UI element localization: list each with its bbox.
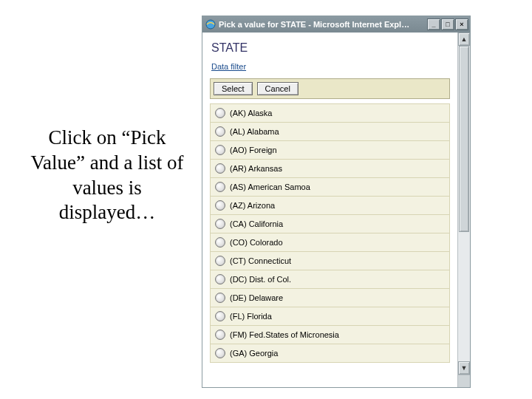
list-item-label: (AS) American Samoa: [230, 183, 310, 191]
list-item-label: (FM) Fed.States of Micronesia: [230, 330, 339, 339]
radio-icon[interactable]: [215, 348, 225, 358]
list-item-label: (AL) Alabama: [230, 127, 279, 136]
list-item[interactable]: (CA) California: [210, 215, 450, 233]
list-item-label: (GA) Georgia: [230, 349, 278, 358]
list-item[interactable]: (AS) American Samoa: [210, 178, 450, 197]
radio-icon[interactable]: [215, 219, 225, 229]
list-item[interactable]: (DC) Dist. of Col.: [210, 270, 450, 289]
list-item-label: (CO) Colorado: [230, 238, 283, 247]
list-item[interactable]: (CO) Colorado: [210, 233, 450, 252]
ie-icon: [205, 19, 216, 30]
radio-icon[interactable]: [215, 330, 225, 340]
list-item-label: (AR) Arkansas: [230, 164, 282, 173]
list-item-label: (CT) Connecticut: [230, 256, 291, 265]
select-button[interactable]: Select: [214, 82, 253, 95]
list-item-label: (AO) Foreign: [230, 146, 277, 154]
chevron-down-icon: ▼: [461, 364, 468, 372]
scroll-track[interactable]: [458, 46, 470, 361]
minimize-icon: _: [432, 21, 435, 28]
window-title-text: Pick a value for STATE - Microsoft Inter…: [219, 20, 409, 29]
radio-icon[interactable]: [215, 145, 225, 155]
chevron-up-icon: ▲: [461, 35, 468, 43]
scroll-up-button[interactable]: ▲: [458, 33, 470, 46]
list-item[interactable]: (FM) Fed.States of Micronesia: [210, 326, 450, 344]
radio-icon[interactable]: [215, 274, 225, 284]
minimize-button[interactable]: _: [427, 18, 440, 30]
slide-annotation: Click on “Pick Value” and a list of valu…: [22, 126, 192, 225]
list-item[interactable]: (AZ) Arizona: [210, 197, 450, 215]
radio-icon[interactable]: [215, 256, 225, 266]
radio-icon[interactable]: [215, 163, 225, 174]
list-item[interactable]: (AR) Arkansas: [210, 160, 450, 178]
close-icon: ×: [460, 21, 463, 28]
radio-icon[interactable]: [215, 237, 225, 248]
list-item-label: (AZ) Arizona: [230, 201, 275, 210]
radio-icon[interactable]: [215, 182, 225, 192]
page-heading: STATE: [202, 33, 457, 59]
list-item[interactable]: (GA) Georgia: [210, 344, 450, 363]
vertical-scrollbar[interactable]: ▲ ▼: [457, 33, 470, 387]
list-item[interactable]: (FL) Florida: [210, 307, 450, 326]
data-filter-link[interactable]: Data filter: [211, 62, 246, 71]
radio-icon[interactable]: [215, 293, 225, 303]
page-content: STATE Data filter Select Cancel (AK) Ala…: [202, 33, 457, 387]
radio-icon[interactable]: [215, 126, 225, 137]
list-item[interactable]: (AK) Alaska: [210, 103, 450, 123]
list-item-label: (DC) Dist. of Col.: [230, 275, 291, 284]
scroll-thumb[interactable]: [459, 46, 469, 232]
cancel-button[interactable]: Cancel: [257, 82, 299, 95]
radio-icon[interactable]: [215, 200, 225, 211]
maximize-icon: □: [446, 21, 449, 28]
browser-window: Pick a value for STATE - Microsoft Inter…: [202, 16, 470, 387]
list-item[interactable]: (AO) Foreign: [210, 141, 450, 160]
list-item[interactable]: (DE) Delaware: [210, 289, 450, 307]
list-item[interactable]: (CT) Connecticut: [210, 252, 450, 270]
list-item[interactable]: (AL) Alabama: [210, 123, 450, 141]
list-item-label: (CA) California: [230, 219, 283, 228]
radio-icon[interactable]: [215, 108, 225, 118]
state-list: (AK) Alaska(AL) Alabama(AO) Foreign(AR) …: [210, 103, 450, 363]
list-item-label: (DE) Delaware: [230, 293, 283, 302]
maximize-button[interactable]: □: [441, 18, 454, 30]
radio-icon[interactable]: [215, 311, 225, 321]
scroll-down-button[interactable]: ▼: [458, 361, 470, 375]
button-bar: Select Cancel: [210, 78, 450, 99]
resize-grip[interactable]: [458, 375, 470, 387]
window-titlebar: Pick a value for STATE - Microsoft Inter…: [202, 16, 470, 33]
close-button[interactable]: ×: [455, 18, 468, 30]
list-item-label: (FL) Florida: [230, 312, 272, 321]
list-item-label: (AK) Alaska: [230, 109, 272, 117]
